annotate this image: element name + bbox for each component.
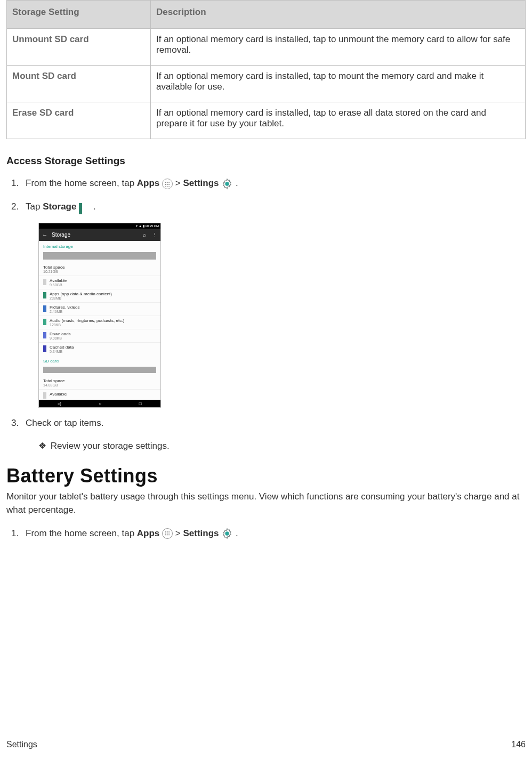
storage-icon xyxy=(79,202,91,212)
category-sd: SD card xyxy=(39,356,160,365)
settings-icon xyxy=(221,178,233,190)
svg-point-0 xyxy=(225,182,229,185)
result-bullet: ❖ Review your storage settings. xyxy=(38,440,526,453)
status-bar: ▾ ▲ ▮ 10:25 PM xyxy=(39,223,160,229)
search-icon: ⌕ xyxy=(143,232,146,238)
list-item: Audio (music, ringtones, podcasts, etc.)… xyxy=(39,316,160,329)
list-item: Cached data5.34MB xyxy=(39,342,160,356)
svg-point-1 xyxy=(225,531,229,535)
storage-settings-table: Storage Setting Description Unmount SD c… xyxy=(6,0,526,139)
footer-page-number: 146 xyxy=(511,740,526,749)
nav-back-icon: ◁ xyxy=(58,401,61,406)
battery-settings-lead: Monitor your tablet's battery usage thro… xyxy=(6,490,526,516)
apps-icon xyxy=(162,528,173,539)
step-1: From the home screen, tap Apps > Setting… xyxy=(21,176,526,190)
table-row: Unmount SD card If an optional memory ca… xyxy=(7,29,526,66)
storage-screenshot: ▾ ▲ ▮ 10:25 PM ← Storage ⌕ ⋮ Internal st… xyxy=(38,223,161,408)
list-item: Available9.60GB xyxy=(39,276,160,289)
access-storage-steps-continued: Check or tap items. xyxy=(21,416,526,430)
table-row: Mount SD card If an optional memory card… xyxy=(7,66,526,102)
list-item: Downloads9.00KB xyxy=(39,329,160,342)
appbar-title: Storage xyxy=(52,232,70,238)
battery-steps: From the home screen, tap Apps > Setting… xyxy=(21,527,526,540)
list-item: Pictures, videos2.46MB xyxy=(39,302,160,316)
table-row: Erase SD card If an optional memory card… xyxy=(7,102,526,139)
app-bar: ← Storage ⌕ ⋮ xyxy=(39,229,160,241)
table-header-description: Description xyxy=(151,1,526,29)
step-3: Check or tap items. xyxy=(21,416,526,430)
apps-icon xyxy=(162,179,173,189)
nav-bar: ◁ ○ □ xyxy=(39,400,160,407)
diamond-bullet-icon: ❖ xyxy=(38,440,48,453)
page-footer: Settings 146 xyxy=(6,740,526,749)
battery-settings-heading: Battery Settings xyxy=(6,465,526,487)
sd-total-space: Total space 14.83GB xyxy=(39,376,160,389)
nav-home-icon: ○ xyxy=(99,401,101,406)
access-storage-steps: From the home screen, tap Apps > Setting… xyxy=(21,176,526,213)
list-item: Apps (app data & media content)238MB xyxy=(39,289,160,302)
usage-bar xyxy=(43,252,156,260)
total-space: Total space 10.21GB xyxy=(39,263,160,276)
access-storage-heading: Access Storage Settings xyxy=(6,155,526,167)
footer-section-name: Settings xyxy=(6,740,37,749)
step-2: Tap Storage . xyxy=(21,200,526,214)
table-header-setting: Storage Setting xyxy=(7,1,151,29)
back-icon: ← xyxy=(42,232,47,238)
list-item: Available xyxy=(39,389,160,400)
nav-recent-icon: □ xyxy=(139,401,142,406)
battery-step-1: From the home screen, tap Apps > Setting… xyxy=(21,527,526,540)
settings-icon xyxy=(221,528,233,539)
overflow-icon: ⋮ xyxy=(152,232,157,238)
sd-usage-bar xyxy=(43,367,156,373)
category-internal: Internal storage xyxy=(39,241,160,250)
